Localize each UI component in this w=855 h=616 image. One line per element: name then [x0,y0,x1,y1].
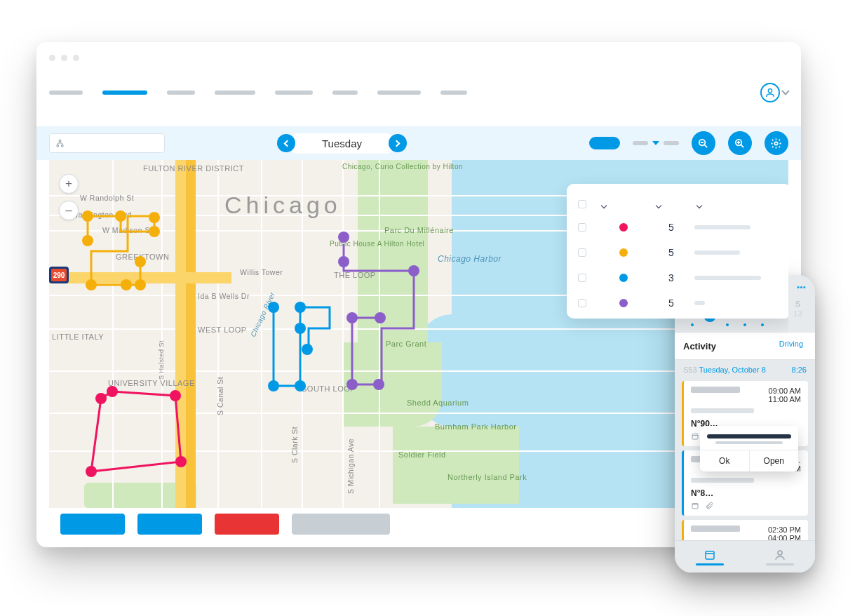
nav-tab-2[interactable] [167,91,195,95]
prev-day-button[interactable] [277,134,295,152]
attachment-icon [705,502,713,510]
svg-point-2 [57,145,59,147]
mode-driving[interactable]: Driving [779,340,807,348]
search-input[interactable] [49,133,165,153]
nav-tab-6[interactable] [377,91,421,95]
route-purple [316,230,456,406]
window-min[interactable] [61,55,67,61]
nav-tab-3[interactable] [215,91,255,95]
map-zoom: + – [59,174,79,220]
footer-action-4[interactable] [292,514,390,535]
gear-icon [770,138,782,149]
settings-button[interactable] [765,131,788,155]
window-close[interactable] [49,55,55,61]
current-day-label: Tuesday [288,133,396,154]
legend-select-all[interactable] [578,200,586,208]
nav-tab-1[interactable] [102,91,147,95]
svg-point-3 [61,145,63,147]
svg-rect-23 [692,434,698,440]
city-label: Chicago [224,192,342,219]
profile-icon [774,549,786,561]
legend-row-3[interactable]: 5 [578,290,780,316]
day-navigator: Tuesday [277,133,407,154]
calendar-icon [691,502,699,510]
user-menu[interactable] [760,83,788,102]
footer-action-3[interactable] [215,514,279,535]
svg-point-1 [59,140,61,142]
zoom-out-button[interactable] [692,131,715,155]
nav-tab-5[interactable] [332,91,358,95]
legend-row-2[interactable]: 3 [578,265,780,290]
mobile-preview: M T W T F S S 7 8 9 10 11 12 13 Activity… [675,275,815,573]
dropdown-sort[interactable] [633,141,679,145]
toolbar: Tuesday [36,126,801,160]
popover-ok[interactable]: Ok [700,450,749,471]
chevron-down-icon [652,141,659,145]
zoom-in-icon [734,138,746,149]
footer-action-2[interactable] [137,514,202,535]
more-icon[interactable] [796,282,807,293]
nav-tab-0[interactable] [49,91,83,95]
nav-profile[interactable] [745,541,815,573]
route-legend: 5 5 3 5 [567,184,788,319]
mobile-bottom-nav [675,540,815,573]
svg-point-20 [804,287,805,288]
next-day-button[interactable] [389,134,407,152]
user-avatar-icon [760,83,780,102]
hierarchy-icon [55,139,65,148]
zoom-in-button[interactable] [728,131,752,155]
svg-line-5 [705,145,708,147]
window-controls [49,55,79,61]
schedule-icon [703,549,716,561]
map-zoom-in[interactable]: + [59,174,79,194]
status-pill[interactable] [589,137,620,149]
calendar-icon [691,432,699,441]
svg-point-19 [801,287,802,288]
chevron-down-icon [781,87,789,95]
svg-point-18 [797,287,799,288]
route-pink [70,377,210,497]
svg-point-0 [768,89,772,93]
activity-subhead: S53 Tuesday, October 8 8:26 [675,360,815,377]
svg-rect-29 [706,551,714,558]
svg-line-8 [741,145,744,147]
legend-row-1[interactable]: 5 [578,240,780,265]
popover-open[interactable]: Open [749,450,799,471]
svg-rect-25 [692,504,698,509]
footer-actions [60,514,390,535]
svg-point-11 [775,142,778,145]
main-nav [49,83,788,102]
card-popover: Ok Open [700,426,798,471]
activity-header: Activity Driving [675,332,815,360]
window-max[interactable] [73,55,79,61]
footer-action-1[interactable] [60,514,125,535]
zoom-out-icon [697,138,709,149]
nav-tab-4[interactable] [275,91,313,95]
svg-point-31 [778,551,782,555]
map-zoom-out[interactable]: – [59,201,79,220]
nav-tab-7[interactable] [440,91,467,95]
legend-row-0[interactable]: 5 [578,215,780,240]
cal-day-13[interactable]: 13 [789,309,807,322]
nav-schedule[interactable] [675,541,745,573]
